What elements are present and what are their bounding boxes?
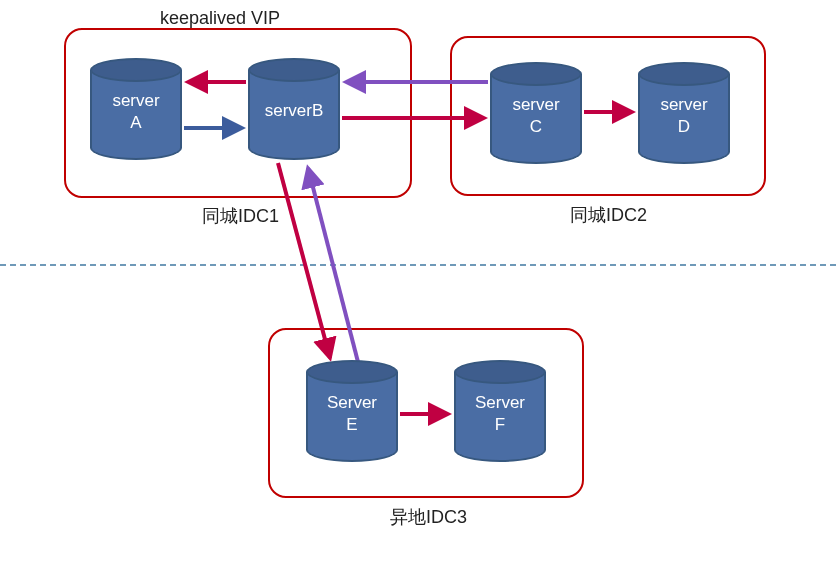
server-f-line1: Server [475, 393, 525, 412]
server-a: server A [90, 58, 182, 160]
server-e-line2: E [346, 415, 357, 434]
server-e: Server E [306, 360, 398, 462]
server-e-line1: Server [327, 393, 377, 412]
server-a-line2: A [130, 113, 141, 132]
server-b-line1: serverB [265, 101, 324, 120]
server-c: server C [490, 62, 582, 164]
server-c-line2: C [530, 117, 542, 136]
divider-line [0, 264, 836, 266]
server-f-line2: F [495, 415, 505, 434]
vip-label: keepalived VIP [160, 8, 280, 29]
server-a-line1: server [112, 91, 159, 110]
server-f: Server F [454, 360, 546, 462]
server-d: server D [638, 62, 730, 164]
idc1-label: 同城IDC1 [202, 204, 279, 228]
server-b: serverB [248, 58, 340, 160]
idc2-label: 同城IDC2 [570, 203, 647, 227]
server-c-line1: server [512, 95, 559, 114]
idc3-label: 异地IDC3 [390, 505, 467, 529]
server-d-line2: D [678, 117, 690, 136]
server-d-line1: server [660, 95, 707, 114]
